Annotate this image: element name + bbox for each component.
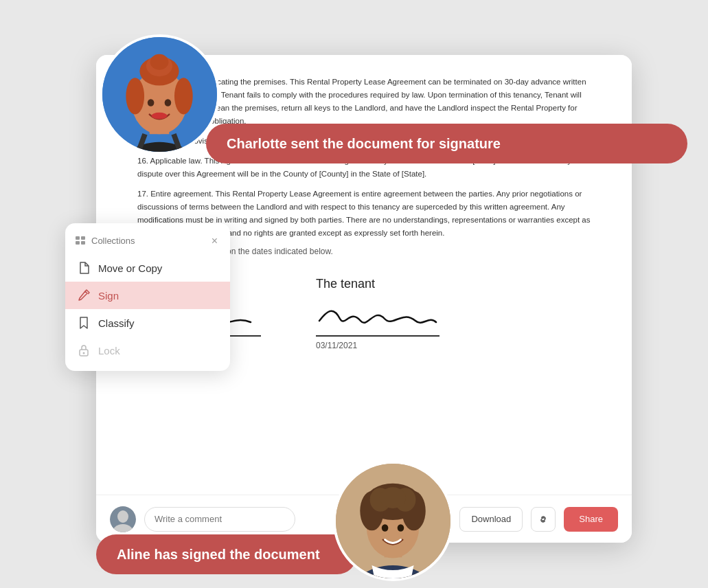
menu-close-button[interactable]: × [212,235,218,247]
svg-point-20 [83,352,85,354]
svg-rect-16 [81,236,85,240]
charlotte-avatar [100,34,220,155]
svg-point-31 [382,524,389,531]
tenant-signature-block: The tenant 03/11/2021 [316,277,439,350]
menu-header: Collections × [65,230,230,251]
aline-avatar [333,461,453,581]
sign-label: Sign [98,290,119,302]
charlotte-notification-banner: Charlotte sent the document for signatur… [206,124,687,163]
svg-point-6 [150,54,169,70]
svg-point-9 [148,99,155,106]
tenant-date: 03/11/2021 [316,341,439,350]
share-button[interactable]: Share [564,507,618,532]
menu-item-lock: Lock [65,337,230,364]
svg-point-32 [398,524,404,531]
bookmark-icon [78,317,90,329]
svg-point-30 [380,487,406,508]
collections-label: Collections [91,236,135,246]
menu-item-sign[interactable]: Sign [65,282,230,309]
menu-item-move-copy[interactable]: Move or Copy [65,254,230,282]
svg-point-8 [174,78,193,114]
lock-label: Lock [98,345,120,357]
svg-rect-17 [76,241,80,245]
move-copy-label: Move or Copy [98,262,162,274]
file-icon [78,262,90,274]
link-button[interactable] [531,507,556,532]
tenant-signature [316,295,439,337]
context-menu: Collections × Move or Copy Sign Classify [65,223,230,371]
menu-item-classify[interactable]: Classify [65,309,230,337]
classify-label: Classify [98,317,135,329]
tenant-label: The tenant [316,277,439,291]
pen-icon [78,289,90,302]
svg-point-11 [152,113,168,120]
svg-rect-18 [81,241,85,245]
svg-rect-15 [76,236,80,240]
menu-header-left: Collections [75,234,135,247]
lock-icon [78,344,90,357]
download-button[interactable]: Download [459,507,523,532]
aline-banner-text: Aline has signed the document [117,547,320,563]
svg-point-7 [126,78,144,114]
aline-notification-banner: Aline has signed the document [96,534,357,574]
charlotte-banner-text: Charlotte sent the document for signatur… [227,136,501,152]
svg-point-10 [165,99,172,106]
svg-point-13 [117,510,128,523]
user-avatar-small [110,506,136,532]
collections-icon [75,234,86,247]
comment-input[interactable] [144,507,295,532]
